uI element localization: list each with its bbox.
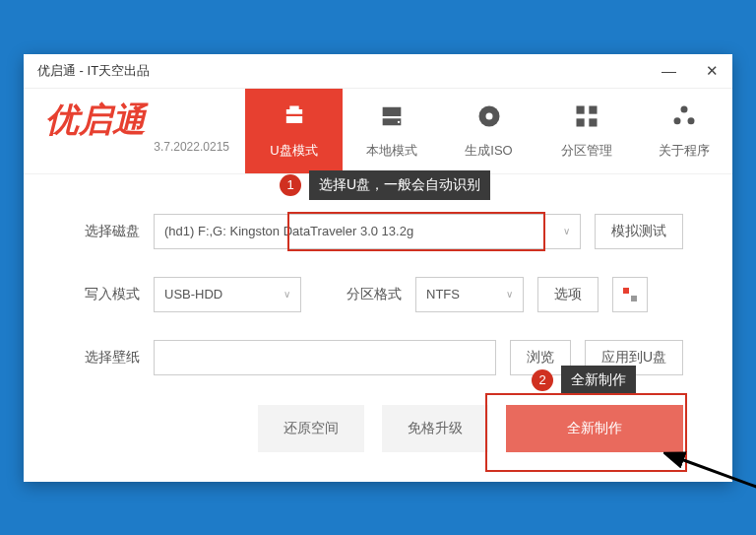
callout-text: 选择U盘，一般会自动识别: [309, 170, 490, 200]
write-label: 写入模式: [73, 286, 140, 303]
app-window: 优启通 - IT天空出品 — ✕ 优启通 3.7.2022.0215 U盘模式 …: [24, 54, 732, 482]
tab-generate-iso[interactable]: 生成ISO: [440, 89, 537, 173]
chevron-down-icon: ∨: [506, 289, 513, 300]
svg-rect-3: [576, 105, 584, 113]
body-area: 1 选择U盘，一般会自动识别 选择磁盘 (hd1) F:,G: Kingston…: [24, 174, 732, 482]
svg-rect-5: [576, 118, 584, 126]
format-value: NTFS: [426, 287, 460, 301]
disk-label: 选择磁盘: [73, 223, 140, 240]
svg-point-7: [680, 105, 687, 112]
callout-text: 全新制作: [561, 366, 636, 395]
write-row: 写入模式 USB-HDD ∨ 分区格式 NTFS ∨ 选项: [73, 277, 683, 312]
svg-rect-6: [589, 118, 597, 126]
squares-icon: [623, 288, 637, 301]
logo-area: 优启通 3.7.2022.0215: [24, 89, 245, 173]
svg-point-8: [673, 117, 680, 124]
svg-point-0: [397, 120, 399, 122]
header: 优启通 3.7.2022.0215 U盘模式 本地模式 生成ISO: [24, 89, 732, 174]
tab-label: 关于程序: [659, 142, 710, 160]
format-label: 分区格式: [346, 286, 402, 303]
window-title: 优启通 - IT天空出品: [37, 62, 150, 80]
create-new-button[interactable]: 全新制作: [506, 405, 683, 452]
svg-point-2: [485, 112, 492, 119]
disk-row: 选择磁盘 (hd1) F:,G: Kingston DataTraveler 3…: [73, 214, 683, 249]
tab-bar: U盘模式 本地模式 生成ISO 分区管理: [245, 89, 732, 173]
tab-partition-mgmt[interactable]: 分区管理: [537, 89, 635, 173]
version-label: 3.7.2022.0215: [45, 140, 233, 154]
chevron-down-icon: ∨: [563, 226, 570, 236]
close-button[interactable]: ✕: [706, 62, 719, 80]
svg-line-10: [678, 458, 756, 491]
hdd-icon: [378, 102, 406, 134]
grid-icon: [573, 102, 600, 134]
titlebar: 优启通 - IT天空出品 — ✕: [24, 54, 732, 89]
tab-usb-mode[interactable]: U盘模式: [245, 89, 343, 173]
format-free-upgrade-button[interactable]: 免格升级: [382, 405, 488, 452]
restore-space-button[interactable]: 还原空间: [258, 405, 364, 452]
wallpaper-label: 选择壁纸: [73, 349, 140, 367]
tab-local-mode[interactable]: 本地模式: [343, 89, 440, 173]
partition-format-select[interactable]: NTFS ∨: [415, 277, 524, 312]
callout-badge: 1: [280, 174, 301, 196]
write-value: USB-HDD: [164, 287, 222, 301]
usb-icon: [281, 102, 308, 134]
tab-label: 生成ISO: [465, 142, 512, 160]
callout-2: 2 全新制作: [532, 366, 636, 395]
callout-1: 1 选择U盘，一般会自动识别: [280, 170, 490, 200]
write-mode-select[interactable]: USB-HDD ∨: [154, 277, 301, 312]
wallpaper-input[interactable]: [154, 340, 496, 375]
callout-badge: 2: [532, 369, 553, 391]
about-icon: [670, 102, 698, 134]
disk-value: (hd1) F:,G: Kingston DataTraveler 3.0 13…: [164, 224, 413, 238]
disc-icon: [475, 102, 503, 134]
svg-rect-4: [589, 105, 597, 113]
disk-select[interactable]: (hd1) F:,G: Kingston DataTraveler 3.0 13…: [154, 214, 581, 249]
svg-point-9: [687, 117, 694, 124]
tab-label: 分区管理: [561, 142, 612, 160]
minimize-button[interactable]: —: [662, 62, 676, 80]
simulate-test-button[interactable]: 模拟测试: [595, 214, 683, 249]
logo-text: 优启通: [45, 102, 233, 136]
options-button[interactable]: 选项: [537, 277, 598, 312]
bottom-row: 还原空间 免格升级 全新制作: [73, 405, 683, 452]
tab-about[interactable]: 关于程序: [635, 89, 732, 173]
chevron-down-icon: ∨: [284, 289, 290, 300]
window-controls: — ✕: [662, 62, 719, 80]
tab-label: U盘模式: [270, 142, 317, 160]
tab-label: 本地模式: [366, 142, 417, 160]
advanced-button[interactable]: [612, 277, 648, 312]
arrow-annotation: [663, 446, 756, 496]
